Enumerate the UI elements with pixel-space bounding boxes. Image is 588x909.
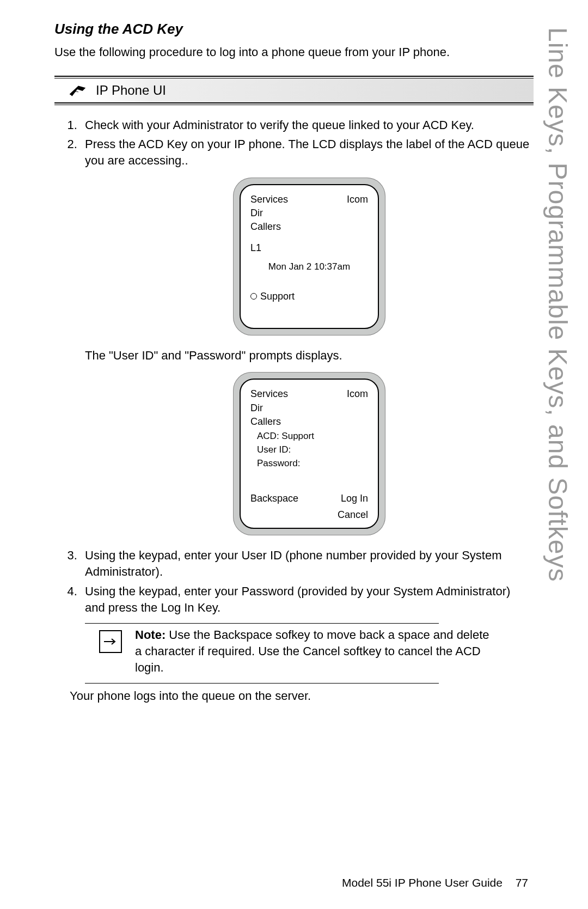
screen-left-col: Services Dir Callers (250, 193, 288, 234)
step-text: and press the (85, 601, 161, 614)
step-text: (provided by your System Administrator) (297, 584, 510, 598)
label-userid: User ID: (257, 444, 368, 456)
note-bold: Backspace (213, 628, 272, 642)
screen-left-col: Services Dir Callers (250, 387, 288, 428)
label-date: Mon Jan 2 10:37am (250, 261, 368, 273)
label-icom: Icom (347, 193, 368, 234)
callout-ip-phone-ui: IP Phone UI (54, 76, 534, 105)
step-bold: ACD Key (138, 137, 187, 151)
label-callers: Callers (250, 415, 288, 428)
screen-top-row: Services Dir Callers Icom (250, 387, 368, 428)
heading-using-acd-key: Using the ACD Key (54, 21, 534, 38)
phone-screen: Services Dir Callers Icom L1 Mon Jan 2 1… (240, 184, 379, 329)
note-block: Note: Use the Backspace sofkey to move b… (99, 627, 491, 675)
support-row: Support (250, 290, 368, 303)
page-footer: Model 55i IP Phone User Guide 77 (342, 876, 528, 889)
step-bold: Log In (161, 601, 194, 614)
label-support: Support (260, 290, 295, 303)
arrow-right-icon (99, 630, 122, 653)
softkey-row-2: Cancel (250, 508, 368, 521)
screen-softkeys: Backspace Log In Cancel (250, 491, 368, 522)
step-text: Press the (85, 137, 138, 151)
softkey-login: Log In (341, 492, 368, 505)
phone-bezel: Services Dir Callers Icom ACD: Support U… (233, 372, 385, 535)
step-text: Using the keypad, enter your User ID (85, 548, 285, 562)
phone-bezel: Services Dir Callers Icom L1 Mon Jan 2 1… (233, 178, 385, 335)
mid-paragraph: The "User ID" and "Password" prompts dis… (85, 347, 534, 364)
step-2: Press the ACD Key on your IP phone. The … (81, 136, 534, 535)
rule-bottom (54, 102, 534, 105)
procedure-list: Check with your Administrator to verify … (54, 117, 534, 704)
label-services: Services (250, 387, 288, 400)
step-3: Using the keypad, enter your User ID (ph… (81, 547, 534, 579)
step-1: Check with your Administrator to verify … (81, 117, 534, 133)
step-text: Using the keypad, enter your Password (85, 584, 297, 598)
label-acd: ACD: Support (257, 430, 368, 443)
section-title-vertical: Line Keys, Programmable Keys, and Softke… (543, 27, 573, 582)
phone-illustration-2: Services Dir Callers Icom ACD: Support U… (85, 372, 534, 535)
label-dir: Dir (250, 401, 288, 414)
label-services: Services (250, 193, 288, 206)
page-number: 77 (516, 876, 528, 889)
softkey-cancel: Cancel (338, 509, 368, 520)
phone-icon (66, 82, 88, 99)
document-page: Line Keys, Programmable Keys, and Softke… (0, 0, 588, 909)
softkey-row-1: Backspace Log In (250, 492, 368, 505)
note-rule-bottom (85, 683, 439, 684)
label-dir: Dir (250, 206, 288, 219)
callout-bar: IP Phone UI (66, 78, 534, 102)
label-password: Password: (257, 457, 368, 470)
closing-text: Your phone logs into the queue on the se… (70, 688, 534, 704)
step-4: Using the keypad, enter your Password (p… (81, 583, 534, 704)
step-text: Key. (194, 601, 221, 614)
note-rule-top (85, 623, 439, 624)
note-text: Note: Use the Backspace sofkey to move b… (135, 627, 491, 675)
label-callers: Callers (250, 220, 288, 233)
step-text: Check with your Administrator to verify … (85, 118, 474, 132)
softkey-backspace: Backspace (250, 492, 298, 505)
callout-title: IP Phone UI (96, 83, 166, 98)
note-bold: Cancel (303, 644, 340, 658)
label-icom: Icom (347, 387, 368, 428)
screen-top-row: Services Dir Callers Icom (250, 193, 368, 234)
label-l1: L1 (250, 241, 368, 254)
ring-icon (250, 293, 257, 300)
screen-body: ACD: Support User ID: Password: (257, 430, 368, 471)
phone-screen: Services Dir Callers Icom ACD: Support U… (240, 379, 379, 529)
note-label: Note: (135, 628, 166, 642)
phone-illustration-1: Services Dir Callers Icom L1 Mon Jan 2 1… (85, 178, 534, 335)
note-t: Use the (166, 628, 213, 642)
footer-title: Model 55i IP Phone User Guide (342, 876, 503, 889)
intro-paragraph: Use the following procedure to log into … (54, 44, 534, 60)
